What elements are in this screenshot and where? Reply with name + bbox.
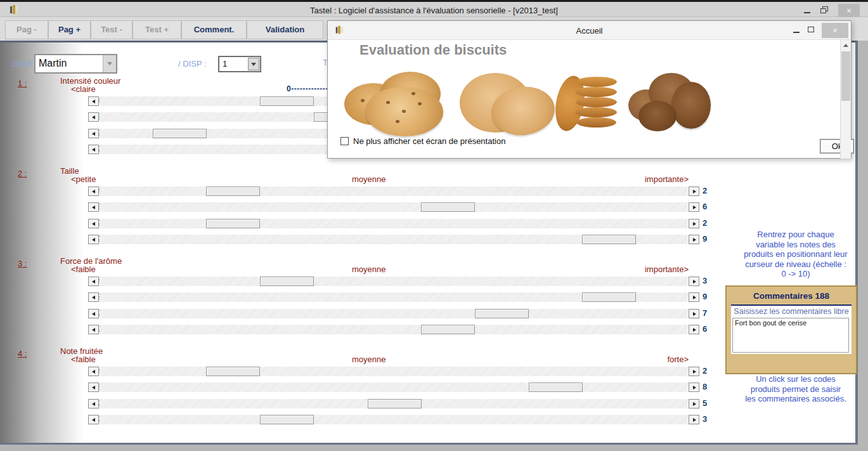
slider-decrement-button[interactable] xyxy=(88,382,99,392)
scale-left-label: <petite xyxy=(71,174,96,184)
accueil-dialog: Accueil × Evaluation de biscuits xyxy=(327,20,852,159)
slider-thumb[interactable] xyxy=(368,399,422,409)
close-icon[interactable]: × xyxy=(838,4,860,18)
slider-decrement-button[interactable] xyxy=(88,277,99,286)
slider-thumb[interactable] xyxy=(421,325,475,334)
arrow-left-icon xyxy=(92,296,95,299)
arrow-right-icon xyxy=(693,222,696,226)
slider-increment-button[interactable] xyxy=(689,219,699,228)
arrow-left-icon xyxy=(92,386,95,389)
slider-decrement-button[interactable] xyxy=(88,129,99,138)
toolbar-button-pag[interactable]: Pag + xyxy=(48,20,91,39)
arrow-left-icon xyxy=(92,280,95,284)
arrow-left-icon xyxy=(92,206,95,209)
slider-track[interactable] xyxy=(100,399,688,409)
toolbar-button-pag[interactable]: Pag - xyxy=(5,20,48,39)
comments-textarea[interactable]: Fort bon gout de cerise xyxy=(732,318,849,353)
slider-track[interactable] xyxy=(100,219,688,228)
toolbar-button-comment[interactable]: Comment. xyxy=(181,20,247,39)
slider-track[interactable] xyxy=(100,382,688,392)
slider-increment-button[interactable] xyxy=(689,235,699,244)
maximize-icon[interactable] xyxy=(808,27,814,32)
slider-value: 9 xyxy=(703,234,722,244)
slider-increment-button[interactable] xyxy=(689,325,699,334)
slider-decrement-button[interactable] xyxy=(88,292,99,302)
judge-combobox[interactable]: Martin xyxy=(34,54,117,74)
slider-thumb[interactable] xyxy=(260,96,314,106)
slider-decrement-button[interactable] xyxy=(88,186,99,196)
app-window: Tastel : Logiciel d'assistance à l'évalu… xyxy=(0,0,868,451)
slider-decrement-button[interactable] xyxy=(88,415,99,424)
toolbar-button-test[interactable]: Test + xyxy=(133,20,181,39)
arrow-left-icon xyxy=(92,238,95,242)
slider-decrement-button[interactable] xyxy=(88,112,99,122)
slider-track[interactable] xyxy=(100,325,688,334)
slider-thumb[interactable] xyxy=(206,367,260,376)
slider-thumb[interactable] xyxy=(206,219,260,228)
scrollbar-thumb[interactable] xyxy=(841,51,850,101)
dialog-scrollbar[interactable] xyxy=(840,40,851,159)
slider-thumb[interactable] xyxy=(206,186,260,196)
slider-increment-button[interactable] xyxy=(689,202,699,212)
slider-track[interactable] xyxy=(100,235,688,244)
slider-thumb[interactable] xyxy=(260,277,314,286)
slider-track[interactable] xyxy=(100,186,688,196)
slider-track[interactable] xyxy=(100,309,688,318)
arrow-right-icon xyxy=(693,386,696,389)
toolbar-button-validation[interactable]: Validation xyxy=(247,20,323,39)
slider-thumb[interactable] xyxy=(421,202,475,212)
slider-decrement-button[interactable] xyxy=(88,399,99,409)
slider-increment-button[interactable] xyxy=(689,309,699,318)
slider-increment-button[interactable] xyxy=(689,367,699,376)
slider-decrement-button[interactable] xyxy=(88,202,99,212)
arrow-left-icon xyxy=(92,418,95,422)
chevron-down-icon[interactable] xyxy=(248,58,259,70)
slider-decrement-button[interactable] xyxy=(88,367,99,376)
main-titlebar: Tastel : Logiciel d'assistance à l'évalu… xyxy=(0,0,868,17)
arrow-left-icon xyxy=(92,328,95,332)
slider-track[interactable] xyxy=(100,277,688,286)
toolbar-button-test[interactable]: Test - xyxy=(91,20,133,39)
slider-track[interactable] xyxy=(100,202,688,212)
minimize-icon[interactable] xyxy=(793,32,800,33)
scale-left-label: <claire xyxy=(71,84,96,94)
slider-decrement-button[interactable] xyxy=(88,219,99,228)
slider-thumb[interactable] xyxy=(582,235,636,244)
slider-thumb[interactable] xyxy=(260,415,314,424)
section-number: 4 : xyxy=(18,349,27,358)
slider-increment-button[interactable] xyxy=(689,292,699,302)
slider-decrement-button[interactable] xyxy=(88,235,99,244)
slider-increment-button[interactable] xyxy=(689,186,699,196)
slider-value: 2 xyxy=(703,218,722,228)
chevron-down-icon[interactable] xyxy=(103,55,116,72)
slider-increment-button[interactable] xyxy=(689,277,699,286)
slider-thumb[interactable] xyxy=(582,292,636,302)
slider-value: 6 xyxy=(703,324,722,334)
judge-value: Martin xyxy=(39,58,67,69)
slider-thumb[interactable] xyxy=(529,382,583,392)
cookie-image-chocolate-chip xyxy=(342,70,453,136)
slider-value: 5 xyxy=(703,398,722,408)
close-icon[interactable]: × xyxy=(822,23,848,38)
slider-decrement-button[interactable] xyxy=(88,325,99,334)
minimize-icon[interactable] xyxy=(804,12,810,13)
slider-value: 8 xyxy=(703,382,722,391)
slider-track[interactable] xyxy=(100,415,688,424)
slider-track[interactable] xyxy=(100,292,688,302)
arrow-right-icon xyxy=(693,402,696,406)
slider-value: 6 xyxy=(703,202,722,211)
slider-increment-button[interactable] xyxy=(689,415,699,424)
slider-increment-button[interactable] xyxy=(689,382,699,392)
dont-show-again-checkbox[interactable] xyxy=(340,137,349,145)
slider-decrement-button[interactable] xyxy=(88,309,99,318)
disp-combobox[interactable]: 1 xyxy=(218,56,261,72)
scroll-up-icon[interactable] xyxy=(841,40,851,51)
slider-increment-button[interactable] xyxy=(689,399,699,409)
slider-track[interactable] xyxy=(100,367,688,376)
slider-thumb[interactable] xyxy=(153,129,207,138)
arrow-right-icon xyxy=(693,312,696,316)
slider-decrement-button[interactable] xyxy=(88,96,99,106)
slider-decrement-button[interactable] xyxy=(88,145,99,154)
slider-thumb[interactable] xyxy=(475,309,529,318)
comments-input-label: Saisissez les commentaires libre xyxy=(731,307,852,316)
